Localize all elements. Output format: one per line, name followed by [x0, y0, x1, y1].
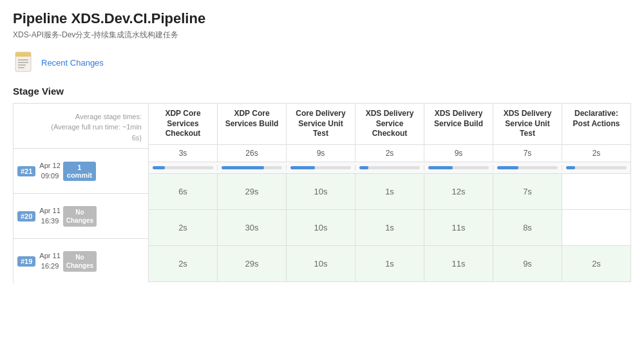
data-cell-r2-c3: 1s [355, 246, 424, 281]
stage-header-cell-col1: XDP CoreServicesCheckout [149, 104, 218, 145]
table-row: 2s29s10s1s11s9s2s [149, 246, 630, 281]
data-cell-r2-c4: 11s [424, 246, 493, 281]
avg-times-label: Average stage times: [75, 111, 142, 122]
table-row: 6s29s10s1s12s7s [149, 174, 630, 210]
data-cell-r0-c3: 1s [355, 174, 424, 209]
no-changes-badge-1: NoChanges [63, 206, 97, 227]
run-row-1: #20Apr 1116:39NoChanges [13, 193, 148, 238]
recent-changes-link[interactable]: Recent Changes [41, 58, 104, 68]
avg-cell-6: 2s [562, 145, 630, 162]
recent-changes-icon [13, 51, 36, 74]
data-cell-r2-c6: 2s [562, 246, 630, 281]
run-id-badge-1[interactable]: #20 [17, 211, 35, 222]
run-id-badge-0[interactable]: #21 [17, 166, 35, 176]
data-cell-r0-c4: 12s [424, 174, 493, 209]
left-run-rows: #21Apr 1209:091commit#20Apr 1116:39NoCha… [13, 148, 148, 283]
left-panel: Average stage times: (Average full run t… [13, 103, 148, 283]
progress-cell-5 [493, 165, 562, 171]
data-cell-r1-c2: 10s [287, 210, 355, 245]
svg-rect-1 [15, 52, 31, 57]
data-cell-r0-c1: 29s [218, 174, 287, 209]
commit-badge-0[interactable]: 1commit [63, 162, 96, 181]
avg-cell-0: 3s [149, 145, 218, 162]
data-cell-r2-c1: 29s [218, 246, 287, 281]
stage-header-cell-col5: XDS DeliveryService Build [424, 104, 493, 145]
run-date-1: Apr 1116:39 [39, 206, 60, 226]
avg-cell-2: 9s [287, 145, 355, 162]
run-date-0: Apr 1209:09 [39, 161, 60, 181]
table-row: 2s30s10s1s11s8s [149, 210, 630, 246]
stage-header-cell-col2: XDP CoreServices Build [218, 104, 287, 145]
run-id-badge-2[interactable]: #19 [17, 256, 35, 267]
data-cell-r1-c6 [562, 210, 630, 245]
page-subtitle: XDS-API服务-Dev分支-持续集成流水线构建任务 [13, 30, 631, 41]
data-cell-r0-c0: 6s [149, 174, 218, 209]
avg-cell-3: 2s [355, 145, 424, 162]
progress-cell-1 [218, 165, 287, 171]
run-row-2: #19Apr 1116:29NoChanges [13, 238, 148, 283]
progress-cell-3 [355, 165, 424, 171]
data-cell-r1-c4: 11s [424, 210, 493, 245]
data-cell-r0-c5: 7s [493, 174, 562, 209]
data-cell-r0-c6 [562, 174, 630, 209]
data-cell-r1-c1: 30s [218, 210, 287, 245]
progress-cell-2 [287, 165, 355, 171]
stage-header-cell-col7: Declarative:Post Actions [562, 104, 630, 145]
run-date-2: Apr 1116:29 [39, 251, 60, 271]
progress-cell-0 [149, 165, 218, 171]
page-title: Pipeline XDS.Dev.CI.Pipeline [13, 10, 631, 27]
stage-view-title: Stage View [13, 86, 631, 97]
data-cell-r1-c3: 1s [355, 210, 424, 245]
data-cell-r1-c0: 2s [149, 210, 218, 245]
avg-full-run-label2: 6s) [132, 133, 142, 144]
stage-view-wrapper: Average stage times: (Average full run t… [13, 103, 631, 283]
progress-row [149, 162, 630, 174]
stage-header-cell-col4: XDS DeliveryServiceCheckout [355, 104, 424, 145]
avg-cell-4: 9s [424, 145, 493, 162]
data-rows: 6s29s10s1s12s7s2s30s10s1s11s8s2s29s10s1s… [149, 174, 630, 281]
progress-cell-6 [562, 165, 630, 171]
avg-cell-1: 26s [218, 145, 287, 162]
data-cell-r2-c5: 9s [493, 246, 562, 281]
progress-cell-4 [424, 165, 493, 171]
stage-header-cell-col3: Core DeliveryService UnitTest [287, 104, 355, 145]
page-container: Pipeline XDS.Dev.CI.Pipeline XDS-API服务-D… [0, 0, 644, 294]
no-changes-badge-2: NoChanges [63, 251, 97, 272]
stage-header-row: XDP CoreServicesCheckoutXDP CoreServices… [149, 104, 630, 145]
stage-header-cell-col6: XDS DeliveryService UnitTest [493, 104, 562, 145]
stage-grid: XDP CoreServicesCheckoutXDP CoreServices… [148, 103, 631, 282]
data-cell-r2-c0: 2s [149, 246, 218, 281]
run-row-0: #21Apr 1209:091commit [13, 148, 148, 193]
data-cell-r0-c2: 10s [287, 174, 355, 209]
avg-full-run-label: (Average full run time: ~1min [51, 122, 142, 133]
recent-changes-row: Recent Changes [13, 51, 631, 74]
avg-cell-5: 7s [493, 145, 562, 162]
data-cell-r1-c5: 8s [493, 210, 562, 245]
avg-row: 3s26s9s2s9s7s2s [149, 145, 630, 162]
data-cell-r2-c2: 10s [287, 246, 355, 281]
avg-times-box: Average stage times: (Average full run t… [13, 103, 148, 148]
